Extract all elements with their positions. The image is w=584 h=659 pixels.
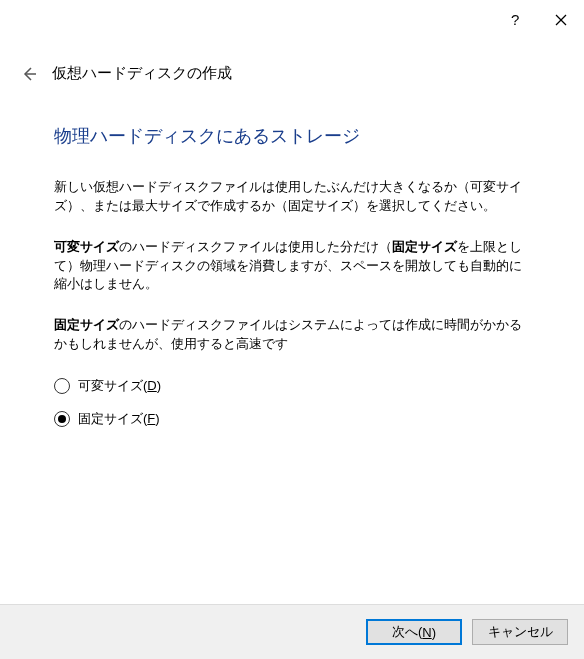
back-button[interactable] <box>20 65 38 83</box>
next-button[interactable]: 次へ(N) <box>366 619 462 645</box>
radio-dynamic-label-text: 可変サイズ( <box>78 378 147 393</box>
dynamic-paragraph: 可変サイズのハードディスクファイルは使用した分だけ（固定サイズを上限として）物理… <box>54 238 530 295</box>
fixed-text-rest: のハードディスクファイルはシステムによっては作成に時間がかかるかもしれませんが、… <box>54 317 522 351</box>
fixed-paragraph: 固定サイズのハードディスクファイルはシステムによっては作成に時間がかかるかもしれ… <box>54 316 530 354</box>
intro-paragraph: 新しい仮想ハードディスクファイルは使用したぶんだけ大きくなるか（可変サイズ）、ま… <box>54 178 530 216</box>
fixed-bold-label: 固定サイズ <box>54 317 119 332</box>
wizard-title: 仮想ハードディスクの作成 <box>52 64 232 83</box>
radio-dynamic-suffix: ) <box>157 378 161 393</box>
dynamic-bold-label: 可変サイズ <box>54 239 119 254</box>
radio-dynamic-size[interactable]: 可変サイズ(D) <box>54 376 530 396</box>
next-button-mnemonic: N <box>422 625 431 640</box>
cancel-button[interactable]: キャンセル <box>472 619 568 645</box>
radio-fixed-size[interactable]: 固定サイズ(F) <box>54 409 530 429</box>
dynamic-text-mid: のハードディスクファイルは使用した分だけ（ <box>119 239 392 254</box>
back-arrow-icon <box>20 65 38 83</box>
svg-text:?: ? <box>511 12 519 28</box>
radio-dot-icon <box>58 415 66 423</box>
next-button-suf: ) <box>432 625 436 640</box>
titlebar: ? <box>0 0 584 40</box>
dynamic-bold2-label: 固定サイズ <box>392 239 457 254</box>
radio-indicator <box>54 411 70 427</box>
cancel-button-label: キャンセル <box>488 623 553 641</box>
radio-fixed-suffix: ) <box>155 411 159 426</box>
help-icon: ? <box>509 12 521 28</box>
radio-fixed-label: 固定サイズ(F) <box>78 409 160 429</box>
radio-fixed-label-text: 固定サイズ( <box>78 411 147 426</box>
close-icon <box>555 14 567 26</box>
wizard-header: 仮想ハードディスクの作成 <box>0 40 584 93</box>
storage-type-radio-group: 可変サイズ(D) 固定サイズ(F) <box>54 376 530 429</box>
section-title: 物理ハードディスクにあるストレージ <box>54 123 530 150</box>
next-button-pre: 次へ( <box>392 623 422 641</box>
radio-dynamic-label: 可変サイズ(D) <box>78 376 161 396</box>
radio-dynamic-mnemonic: D <box>147 378 156 393</box>
wizard-footer: 次へ(N) キャンセル <box>0 604 584 659</box>
help-button[interactable]: ? <box>492 0 538 40</box>
radio-indicator <box>54 378 70 394</box>
close-button[interactable] <box>538 0 584 40</box>
wizard-content: 物理ハードディスクにあるストレージ 新しい仮想ハードディスクファイルは使用したぶ… <box>0 93 584 604</box>
